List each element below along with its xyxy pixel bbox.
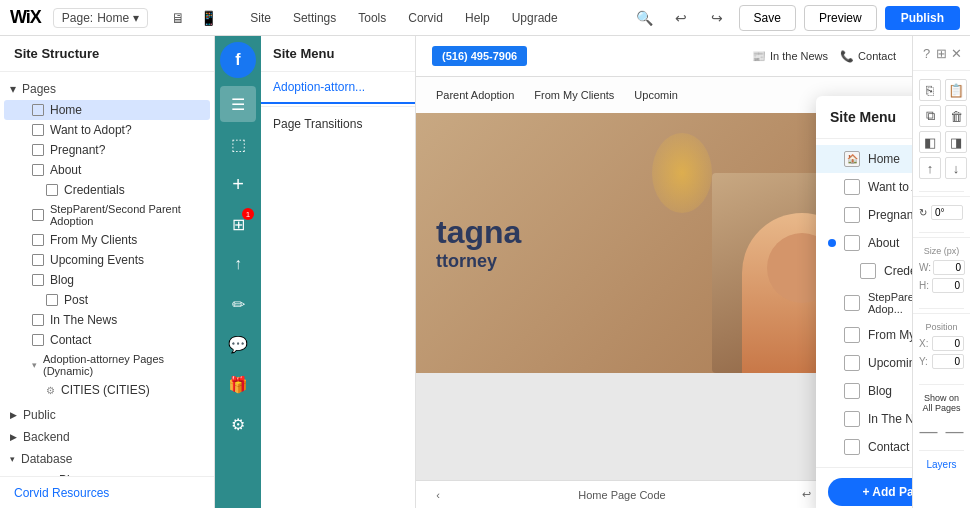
grid-icon[interactable]: ⊞: [934, 42, 949, 64]
nav-help[interactable]: Help: [455, 7, 500, 29]
x-input[interactable]: [932, 336, 964, 351]
arrow-down-icon: ▾: [10, 454, 15, 464]
desktop-icon[interactable]: 🖥: [164, 4, 192, 32]
modal-item-in-the-news[interactable]: In The News 👁: [816, 405, 912, 433]
modal-item-home[interactable]: 🏠 Home ⋯: [816, 145, 912, 173]
blog-toolbar-icon[interactable]: ✏: [220, 286, 256, 322]
sidebar-item-pregnant[interactable]: Pregnant?: [4, 140, 210, 160]
sidebar-item-post[interactable]: Post: [4, 290, 210, 310]
nav-settings[interactable]: Settings: [283, 7, 346, 29]
modal-item-want-to-adopt[interactable]: Want to Adopt?: [816, 173, 912, 201]
save-button[interactable]: Save: [739, 5, 796, 31]
sidebar-item-label: Pregnant?: [50, 143, 105, 157]
sidebar-item-dynamic[interactable]: ▾ Adoption-attorney Pages (Dynamic): [4, 350, 210, 380]
modal-item-upcoming-events[interactable]: Upcoming Events: [816, 349, 912, 377]
panel-item-adoption[interactable]: Adoption-attorn...: [261, 72, 415, 104]
mobile-icon[interactable]: 📱: [194, 4, 222, 32]
position-label: Position: [919, 322, 964, 332]
sidebar-item-label: StepParent/Second Parent Adoption: [50, 203, 196, 227]
site-menu-subpanel: Site Menu Adoption-attorn... Page Transi…: [261, 36, 416, 508]
x-label: X:: [919, 338, 930, 349]
upload-toolbar-icon[interactable]: ↑: [220, 246, 256, 282]
panel-item-page-transitions[interactable]: Page Transitions: [261, 109, 415, 139]
rotate-input[interactable]: [931, 205, 963, 220]
pages-section-header[interactable]: ▾ Pages: [0, 78, 214, 100]
corvid-resources-link[interactable]: Corvid Resources: [14, 486, 109, 500]
close-panel-icon[interactable]: ✕: [949, 42, 964, 64]
main-area: Site Structure ▾ Pages Home Want to Adop…: [0, 36, 970, 508]
search-icon[interactable]: 🔍: [631, 4, 659, 32]
modal-item-blog[interactable]: Blog 👁: [816, 377, 912, 405]
modal-item-stepparent[interactable]: StepParent/Second Parent Adop...: [816, 285, 912, 321]
duplicate-icon[interactable]: ⧉: [919, 105, 941, 127]
width-input[interactable]: [933, 260, 965, 275]
nav-tools[interactable]: Tools: [348, 7, 396, 29]
sidebar-item-home[interactable]: Home: [4, 100, 210, 120]
modal-item-contact[interactable]: Contact 👁: [816, 433, 912, 461]
layers-button[interactable]: Layers: [913, 455, 970, 474]
delete-icon[interactable]: 🗑: [945, 105, 967, 127]
marketing-toolbar-icon[interactable]: 🎁: [220, 366, 256, 402]
layout-toolbar-icon[interactable]: ⬚: [220, 126, 256, 162]
modal-item-pregnant[interactable]: Pregnant?: [816, 201, 912, 229]
arrow-down-icon: ▾: [10, 82, 16, 96]
nav-item-from-my-clients: From My Clients: [534, 89, 614, 101]
database-section-header[interactable]: ▾ Database: [0, 448, 214, 470]
undo-bottom-icon[interactable]: ↩: [796, 485, 816, 505]
panel-divider: [261, 106, 415, 107]
database-toolbar-icon[interactable]: ⚙: [220, 406, 256, 442]
sidebar-item-credentials[interactable]: Credentials: [4, 180, 210, 200]
align-left-icon[interactable]: ◧: [919, 131, 941, 153]
copy-icon[interactable]: ⎘: [919, 79, 941, 101]
paste-icon[interactable]: 📋: [945, 79, 967, 101]
height-input[interactable]: [932, 278, 964, 293]
publish-button[interactable]: Publish: [885, 6, 960, 30]
sidebar-item-cities[interactable]: ⚙ CITIES (CITIES): [4, 380, 210, 400]
chevron-left-icon[interactable]: ‹: [428, 485, 448, 505]
bring-forward-icon[interactable]: ↑: [919, 157, 941, 179]
backend-section-header[interactable]: ▶ Backend: [0, 426, 214, 448]
preview-button[interactable]: Preview: [804, 5, 877, 31]
align-right-icon[interactable]: ◨: [945, 131, 967, 153]
undo-icon[interactable]: ↩: [667, 4, 695, 32]
sidebar-item-blog[interactable]: Blog: [4, 270, 210, 290]
page-icon: [32, 209, 44, 221]
modal-item-about[interactable]: About: [816, 229, 912, 257]
public-label: Public: [23, 408, 56, 422]
send-back-icon[interactable]: ↓: [945, 157, 967, 179]
page-icon: [32, 274, 44, 286]
sidebar-item-from-my-clients[interactable]: From My Clients: [4, 230, 210, 250]
nav-corvid[interactable]: Corvid: [398, 7, 453, 29]
page-indicator[interactable]: Page: Home ▾: [53, 8, 148, 28]
top-nav: Site Settings Tools Corvid Help Upgrade: [240, 7, 567, 29]
sidebar-item-want-to-adopt[interactable]: Want to Adopt?: [4, 120, 210, 140]
modal-item-credentials[interactable]: Credentials 👁: [816, 257, 912, 285]
sidebar-title: Site Structure: [0, 36, 214, 72]
modal-header: Site Menu ? ✕: [816, 96, 912, 139]
sidebar-item-about[interactable]: About: [4, 160, 210, 180]
add-page-button[interactable]: + Add Page: [828, 478, 912, 506]
rp-size-section: Size (px) W: H:: [913, 237, 970, 304]
modal-item-label: Blog: [868, 384, 892, 398]
sidebar-item-stepparent[interactable]: StepParent/Second Parent Adoption: [4, 200, 210, 230]
nav-site[interactable]: Site: [240, 7, 281, 29]
right-panel-header: ? ⊞ ✕: [913, 36, 970, 71]
chat-toolbar-icon[interactable]: 💬: [220, 326, 256, 362]
add-toolbar-icon[interactable]: +: [220, 166, 256, 202]
modal-item-label: Home: [868, 152, 900, 166]
modal-item-from-my-clients[interactable]: From My Clients: [816, 321, 912, 349]
sidebar-item-contact[interactable]: Contact: [4, 330, 210, 350]
question-icon[interactable]: ?: [919, 42, 934, 64]
facebook-icon[interactable]: f: [220, 42, 256, 78]
public-section-header[interactable]: ▶ Public: [0, 404, 214, 426]
show-no-btn[interactable]: —: [946, 421, 964, 442]
apps-toolbar-icon[interactable]: ⊞ 1: [220, 206, 256, 242]
pages-toolbar-icon[interactable]: ☰: [220, 86, 256, 122]
rotate-icon: ↻: [919, 207, 927, 218]
show-yes-btn[interactable]: —: [920, 421, 938, 442]
nav-upgrade[interactable]: Upgrade: [502, 7, 568, 29]
sidebar-item-upcoming-events[interactable]: Upcoming Events: [4, 250, 210, 270]
redo-icon[interactable]: ↪: [703, 4, 731, 32]
y-input[interactable]: [932, 354, 964, 369]
sidebar-item-in-the-news[interactable]: In The News: [4, 310, 210, 330]
